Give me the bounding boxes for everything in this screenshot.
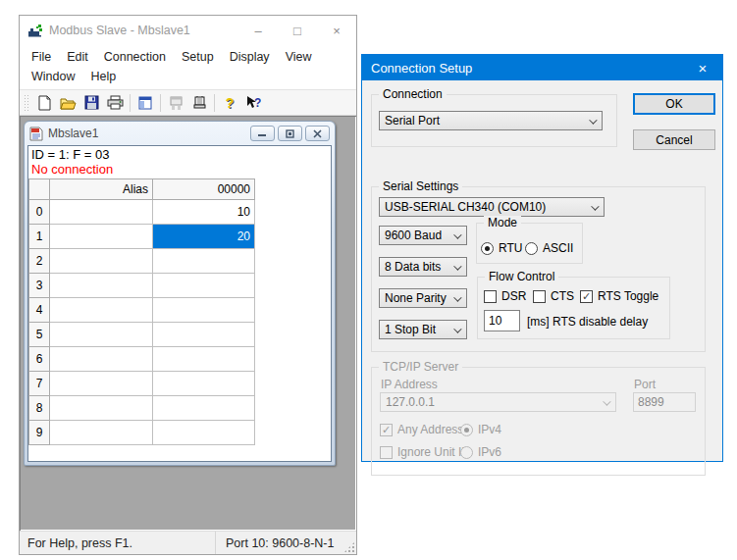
save-file-icon[interactable] [79, 92, 103, 114]
serial-port-combobox[interactable]: USB-SERIAL CH340 (COM10) [379, 197, 605, 217]
doc-restore-button[interactable] [278, 126, 302, 141]
menu-view[interactable]: View [278, 47, 320, 67]
value-cell[interactable]: 10 [153, 200, 255, 225]
grid-row: 9 [29, 421, 255, 445]
rts-toggle-checkbox[interactable]: ✓ RTS Toggle [580, 289, 658, 303]
chevron-down-icon [453, 325, 461, 332]
row-header[interactable]: 6 [29, 347, 50, 372]
grid-corner-cell[interactable] [29, 179, 50, 200]
baud-rate-combobox[interactable]: 9600 Baud [379, 226, 467, 245]
help-contents-icon[interactable]: ? [218, 92, 241, 114]
cts-checkbox[interactable]: CTS [533, 289, 574, 303]
alias-cell[interactable] [50, 298, 153, 323]
alias-cell[interactable] [50, 249, 153, 274]
register-grid: Alias 00000 0 10 1 20 [28, 178, 255, 445]
row-header[interactable]: 4 [29, 298, 50, 323]
value-cell-selected[interactable]: 20 [153, 225, 255, 249]
connection-status-label: No connection [28, 162, 331, 178]
address-column-header[interactable]: 00000 [153, 179, 255, 200]
value-cell[interactable] [153, 372, 255, 396]
alias-column-header[interactable]: Alias [50, 179, 153, 200]
cancel-button-label: Cancel [656, 133, 692, 147]
doc-close-button[interactable] [305, 126, 330, 141]
dsr-checkbox[interactable]: DSR [484, 289, 526, 303]
ipv6-radio-label: IPv6 [478, 445, 501, 459]
display-setup-icon[interactable] [133, 92, 157, 114]
stop-bits-combobox[interactable]: 1 Stop Bit [379, 320, 467, 339]
row-header[interactable]: 9 [29, 421, 50, 445]
close-button[interactable]: × [317, 16, 356, 45]
menu-setup[interactable]: Setup [174, 47, 222, 67]
maximize-button[interactable]: □ [278, 16, 317, 45]
value-cell[interactable] [153, 298, 255, 323]
alias-cell[interactable] [50, 396, 153, 421]
alias-cell[interactable] [50, 200, 153, 225]
menu-display[interactable]: Display [222, 47, 278, 67]
menu-help[interactable]: Help [82, 67, 124, 86]
parity-combobox[interactable]: None Parity [379, 288, 467, 308]
window-title: Modbus Slave - Mbslave1 [49, 24, 238, 37]
doc-titlebar[interactable]: Mbslave1 [25, 122, 335, 145]
alias-cell[interactable] [50, 323, 153, 347]
desktop: Modbus Slave - Mbslave1 – □ × File Edit … [0, 0, 737, 560]
doc-minimize-button[interactable] [250, 126, 275, 141]
toolbar-separator [130, 94, 131, 112]
ipv6-radio: IPv6 [460, 445, 501, 459]
grid-row: 2 [29, 249, 255, 274]
cancel-button[interactable]: Cancel [633, 129, 715, 150]
radio-selected-icon [460, 424, 473, 436]
toolbar-grip[interactable] [24, 94, 28, 112]
dialog-titlebar[interactable]: Connection Setup × [362, 55, 722, 80]
menu-connection[interactable]: Connection [96, 47, 174, 67]
ascii-radio[interactable]: ASCII [525, 241, 573, 255]
print-icon[interactable] [103, 92, 127, 114]
cts-checkbox-label: CTS [551, 289, 574, 303]
radio-unselected-icon [525, 242, 538, 255]
ipv4-radio: IPv4 [460, 423, 501, 436]
value-cell[interactable] [153, 421, 255, 445]
grid-row: 4 [29, 298, 255, 323]
dialog-close-button[interactable]: × [683, 55, 722, 80]
mdi-workspace: Mbslave1 ID = 1: F = 03 No connection [20, 116, 356, 531]
ok-button[interactable]: OK [633, 93, 715, 115]
alias-cell[interactable] [50, 347, 153, 372]
grid-row: 8 [29, 396, 255, 421]
connection-type-value: Serial Port [385, 114, 440, 127]
row-header[interactable]: 1 [29, 225, 50, 249]
value-cell[interactable] [153, 323, 255, 347]
row-header[interactable]: 5 [29, 323, 50, 347]
ignore-unit-id-checkbox[interactable]: Ignore Unit ID [380, 445, 470, 459]
value-cell[interactable] [153, 347, 255, 372]
connection-type-combobox[interactable]: Serial Port [379, 111, 603, 130]
row-header[interactable]: 8 [29, 396, 50, 421]
main-titlebar[interactable]: Modbus Slave - Mbslave1 – □ × [20, 16, 356, 45]
communication-traffic-icon[interactable] [187, 92, 211, 114]
value-cell[interactable] [153, 396, 255, 421]
any-address-label: Any Address [397, 423, 463, 436]
row-header[interactable]: 2 [29, 249, 50, 274]
row-header[interactable]: 0 [29, 200, 50, 225]
ipv4-radio-label: IPv4 [478, 423, 501, 436]
minimize-button[interactable]: – [238, 16, 278, 45]
data-bits-value: 8 Data bits [385, 260, 441, 274]
rts-delay-input[interactable]: 10 [484, 310, 520, 331]
context-help-icon[interactable]: ? [241, 92, 265, 114]
value-cell[interactable] [153, 249, 255, 274]
connection-group-label: Connection [379, 87, 447, 101]
data-bits-combobox[interactable]: 8 Data bits [379, 257, 467, 277]
rtu-radio[interactable]: RTU [481, 241, 522, 255]
menu-file[interactable]: File [24, 47, 59, 67]
menu-edit[interactable]: Edit [59, 47, 96, 67]
row-header[interactable]: 7 [29, 372, 50, 396]
new-document-icon[interactable] [32, 92, 56, 114]
row-header[interactable]: 3 [29, 274, 50, 298]
tcp-server-group-label: TCP/IP Server [379, 360, 462, 374]
alias-cell[interactable] [50, 274, 153, 298]
open-file-icon[interactable] [56, 92, 79, 114]
alias-cell[interactable] [50, 372, 153, 396]
menu-window[interactable]: Window [24, 67, 82, 86]
grid-row: 5 [29, 323, 255, 347]
alias-cell[interactable] [50, 421, 153, 445]
alias-cell[interactable] [50, 225, 153, 249]
value-cell[interactable] [153, 274, 255, 298]
